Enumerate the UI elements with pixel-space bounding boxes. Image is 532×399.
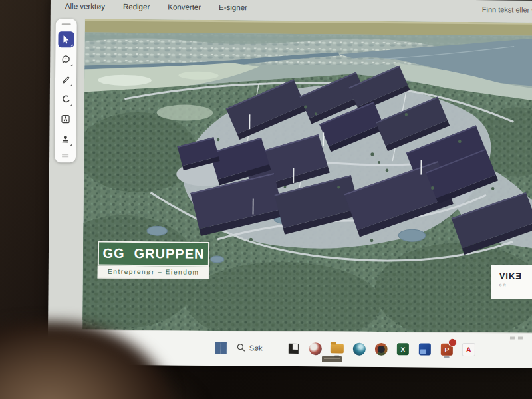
chrome-icon [374, 342, 387, 355]
comment-tool-button[interactable] [58, 51, 74, 67]
file-explorer-button[interactable] [330, 340, 344, 357]
panel-footer-marks [62, 154, 68, 157]
submenu-corner [70, 84, 72, 86]
viken-logo-card: VIKƎ GR [491, 265, 532, 299]
submenu-corner [70, 104, 72, 106]
outlook-button[interactable] [418, 340, 432, 358]
notification-badge [448, 338, 457, 347]
search-icon [237, 343, 245, 352]
lasso-tool-button[interactable] [58, 91, 74, 107]
acrobat-icon: A [462, 343, 475, 356]
chrome-button[interactable] [374, 340, 388, 358]
menubar: Alle verktøy Rediger Konverter E-signer [51, 0, 532, 19]
firefox-button[interactable] [308, 340, 323, 357]
acrobat-button[interactable]: A [462, 341, 476, 358]
gg-gruppen-logo-box: GG GRUPPEN [98, 241, 209, 267]
edge-icon [352, 342, 365, 355]
folder-icon [331, 344, 344, 353]
viken-logo-text: VIKƎ [499, 271, 532, 281]
menu-konverter[interactable]: Konverter [168, 3, 201, 11]
system-tray-marks [510, 336, 523, 339]
projection-screen: Alle verktøy Rediger Konverter E-signer … [48, 0, 532, 368]
corner-app-button[interactable] [286, 340, 301, 357]
menu-alle-verktoy[interactable]: Alle verktøy [65, 2, 105, 10]
stamp-icon [61, 134, 70, 144]
photo-backdrop: Alle verktøy Rediger Konverter E-signer … [0, 0, 532, 399]
outlook-icon [419, 343, 431, 355]
running-indicator [444, 356, 450, 358]
select-tool-button[interactable] [58, 31, 74, 47]
taskbar-search[interactable]: Søk [237, 343, 263, 352]
find-text-hint[interactable]: Finn tekst eller v [482, 5, 532, 14]
draw-tool-button[interactable] [58, 71, 74, 87]
pen-icon [61, 74, 70, 84]
aerial-render [82, 19, 532, 333]
tool-panel [55, 19, 77, 162]
add-text-tool-button[interactable] [57, 111, 73, 127]
monitor-brand-label [322, 356, 342, 362]
pdf-canvas[interactable]: GG GRUPPEN Entreprenør – Eiendom VIKƎ GR [82, 19, 532, 333]
excel-icon: X [397, 343, 409, 355]
comment-icon [61, 55, 70, 64]
powerpoint-button[interactable]: P [440, 341, 454, 358]
submenu-corner [70, 64, 72, 66]
add-text-icon [61, 114, 70, 124]
lasso-icon [61, 94, 70, 104]
excel-button[interactable]: X [396, 340, 410, 358]
search-label: Søk [249, 344, 263, 352]
corner-app-icon [288, 343, 298, 353]
cursor-icon [61, 35, 70, 44]
viken-logo-subtext: GR [499, 283, 532, 287]
submenu-corner [70, 44, 72, 46]
menu-rediger[interactable]: Rediger [123, 3, 150, 11]
gg-logo-left: GG [102, 246, 124, 261]
edge-button[interactable] [352, 340, 366, 358]
firefox-icon [309, 342, 321, 355]
viewer-head [0, 319, 173, 399]
gg-logo-tagline: Entreprenør – Eiendom [98, 266, 209, 279]
taskbar-apps: X P A [286, 340, 476, 358]
stamp-tool-button[interactable] [57, 131, 73, 147]
panel-drag-handle[interactable] [62, 23, 71, 25]
gg-logo-right: GRUPPEN [134, 246, 204, 262]
submenu-corner [70, 144, 72, 146]
gg-gruppen-logo: GG GRUPPEN Entreprenør – Eiendom [98, 241, 209, 279]
start-button[interactable] [215, 342, 227, 354]
menu-e-signer[interactable]: E-signer [219, 3, 247, 11]
